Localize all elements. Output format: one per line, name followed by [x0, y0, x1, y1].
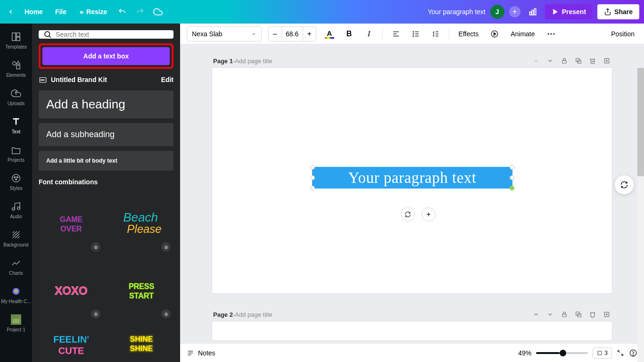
search-input[interactable] [56, 31, 169, 38]
combo-feelin-cute[interactable]: FEELIN'CUTE [39, 327, 103, 360]
user-avatar[interactable]: J [490, 5, 504, 19]
bold-button[interactable]: B [343, 27, 356, 41]
svg-rect-6 [17, 33, 20, 36]
home-button[interactable]: Home [20, 5, 48, 18]
page-2-title-input[interactable]: Add page title [235, 311, 272, 318]
refresh-fab[interactable] [615, 175, 634, 194]
spacing-button[interactable] [429, 27, 442, 41]
svg-text:GAME: GAME [60, 215, 83, 223]
page-down-icon[interactable] [546, 57, 554, 65]
brand-edit-link[interactable]: Edit [161, 76, 173, 83]
page-up-icon[interactable] [532, 57, 540, 65]
combo-xoxo[interactable]: XOXO ♔ [39, 260, 103, 321]
preset-subheading[interactable]: Add a subheading [39, 123, 173, 146]
canvas-scroll[interactable]: Page 1 - Add page title Your paragrap [180, 44, 644, 343]
page-1-title-input[interactable]: Add page title [235, 58, 272, 65]
zoom-slider[interactable] [536, 352, 588, 354]
resize-handle-br[interactable] [510, 186, 514, 190]
resize-handle-tl[interactable] [310, 165, 315, 170]
page-up-icon[interactable] [532, 310, 540, 319]
fullscreen-button[interactable] [617, 349, 624, 357]
duplicate-icon[interactable] [574, 310, 583, 319]
trash-icon[interactable] [588, 310, 597, 319]
rail-charts[interactable]: Charts [0, 253, 32, 281]
scrollbar-thumb[interactable] [637, 68, 644, 176]
rail-text[interactable]: Text [0, 111, 32, 140]
svg-point-57 [553, 33, 554, 34]
rail-background[interactable]: Background [0, 224, 32, 253]
rail-projects[interactable]: Projects [0, 140, 32, 168]
animate-button[interactable]: Animate [508, 28, 537, 40]
rail-styles[interactable]: Styles [0, 168, 32, 196]
list-button[interactable] [409, 27, 422, 41]
charts-icon [10, 257, 22, 269]
page-down-icon[interactable] [546, 310, 554, 319]
resize-handle-bl[interactable] [310, 186, 315, 190]
back-chevron-icon[interactable] [5, 6, 17, 18]
svg-text:PRESS: PRESS [128, 282, 154, 290]
combo-game-over[interactable]: GAMEOVER ♔ [39, 193, 103, 255]
svg-text:Please: Please [127, 222, 161, 235]
rail-myhealth[interactable]: My Health C... [0, 281, 32, 309]
selected-text-element[interactable]: Your paragraph text [312, 167, 512, 189]
styles-icon [10, 173, 22, 184]
rail-elements[interactable]: Elements [0, 55, 32, 83]
share-button[interactable]: Share [597, 4, 639, 19]
position-button[interactable]: Position [608, 28, 637, 40]
zoom-value: 49% [518, 349, 531, 357]
combo-shine-shine[interactable]: SHINESHINE [109, 327, 173, 360]
add-text-box-button[interactable]: Add a text box [42, 47, 170, 65]
rail-audio[interactable]: Audio [0, 196, 32, 224]
resize-handle-tr[interactable] [510, 165, 514, 170]
add-page-icon[interactable] [603, 57, 611, 65]
preset-body[interactable]: Add a little bit of body text [39, 151, 173, 171]
combo-press-start[interactable]: PRESSSTART ♔ [109, 260, 173, 321]
rail-uploads[interactable]: Uploads [0, 83, 32, 111]
resize-handle-ml[interactable] [310, 175, 315, 180]
add-collaborator-button[interactable]: + [509, 6, 520, 17]
font-size-input[interactable] [282, 27, 303, 41]
font-size-decrease[interactable]: – [269, 27, 282, 41]
text-color-button[interactable]: A [323, 27, 336, 41]
pages-count: 3 [604, 350, 608, 356]
undo-icon[interactable] [115, 4, 130, 19]
float-sync-button[interactable] [401, 207, 415, 222]
page-1-canvas[interactable]: Your paragraph text + [212, 68, 612, 293]
pages-pill[interactable]: 3 [593, 347, 612, 359]
notes-button[interactable]: Notes [187, 349, 215, 357]
lock-icon[interactable] [560, 310, 569, 319]
slider-thumb[interactable] [560, 350, 566, 356]
trash-icon[interactable] [588, 57, 597, 65]
file-button[interactable]: File [50, 5, 71, 18]
italic-button[interactable]: I [363, 27, 376, 41]
lock-icon[interactable] [560, 57, 569, 65]
align-button[interactable] [389, 27, 403, 41]
more-options-button[interactable] [545, 27, 558, 41]
insights-icon[interactable] [525, 4, 540, 19]
slider-fill [536, 352, 560, 354]
float-add-button[interactable]: + [421, 207, 436, 222]
combo-beach-please[interactable]: BeachPlease ♔ [109, 193, 173, 255]
effects-button[interactable]: Effects [456, 28, 482, 40]
resize-handle-mr[interactable] [510, 175, 514, 180]
cloud-sync-icon[interactable] [150, 4, 165, 19]
document-title[interactable]: Your paragraph text [428, 8, 485, 16]
svg-point-29 [43, 79, 44, 81]
font-size-increase[interactable]: + [303, 27, 316, 41]
rail-templates[interactable]: Templates [0, 26, 32, 55]
rail-project1[interactable]: Project 1 [0, 309, 32, 337]
preset-heading[interactable]: Add a heading [39, 90, 173, 118]
resize-button[interactable]: Resize [74, 5, 112, 18]
vertical-scrollbar[interactable] [637, 68, 644, 362]
add-page-icon[interactable] [603, 310, 611, 319]
duplicate-icon[interactable] [574, 57, 583, 65]
color-indicator [325, 37, 334, 39]
zoom-group: 49% 3 [518, 347, 637, 359]
font-name: Nexa Slab [192, 30, 223, 38]
preset-body-text: Add a little bit of body text [46, 157, 166, 164]
font-family-select[interactable]: Nexa Slab [187, 26, 262, 41]
help-button[interactable] [629, 349, 637, 357]
page-2-canvas[interactable] [212, 321, 612, 340]
redo-icon[interactable] [132, 4, 148, 19]
present-button[interactable]: Present [545, 4, 593, 19]
